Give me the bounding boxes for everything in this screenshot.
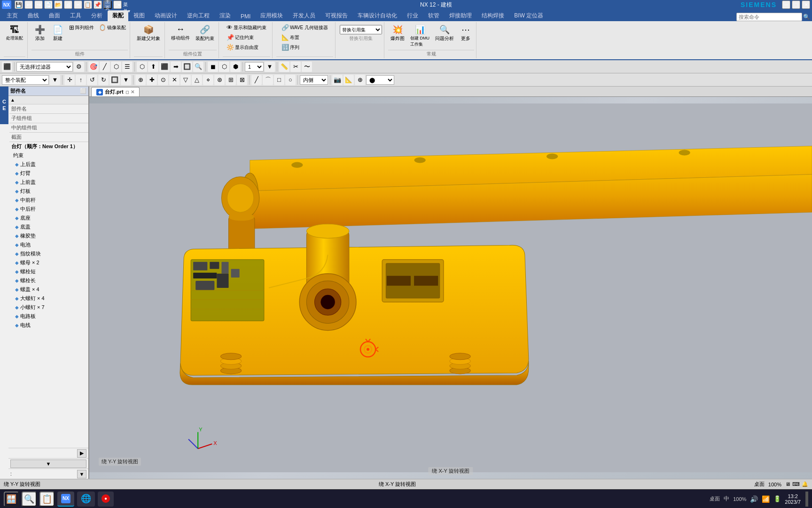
tree-item-1[interactable]: ◆ 灯臂 xyxy=(9,169,88,178)
view-fit[interactable]: 🔲 xyxy=(182,62,192,72)
tray-network[interactable]: 📶 xyxy=(762,495,770,503)
tb2-view-camera[interactable]: 📷 xyxy=(332,75,343,85)
ctrl-panel-toggle[interactable]: ⬛ xyxy=(2,62,12,72)
tab-hose[interactable]: 软管 xyxy=(423,10,444,21)
select-all-btn[interactable]: ☰ xyxy=(122,62,133,72)
taskview-btn[interactable]: 📋 xyxy=(39,492,55,507)
layer-btn[interactable]: ▼ xyxy=(265,62,275,72)
tray-desktop[interactable]: 桌面 xyxy=(710,495,720,502)
tab-tools[interactable]: 工具 xyxy=(65,10,86,21)
view-trimetric[interactable]: ⬡ xyxy=(137,62,147,72)
tree-item-17[interactable]: ◆ 电路板 xyxy=(9,312,88,321)
tb2-snap10[interactable]: ⊠ xyxy=(237,75,247,85)
edge-btn[interactable]: ⬢ xyxy=(230,62,241,72)
tray-sound[interactable]: 🔊 xyxy=(750,495,758,503)
search-box-container[interactable]: 🔍 xyxy=(736,13,810,21)
more-btn[interactable]: ⋯ 更多 xyxy=(457,23,474,43)
toggle-window-btn[interactable]: 主页 xyxy=(103,0,112,9)
print-btn[interactable]: 🖨 xyxy=(64,0,72,9)
section-view-btn[interactable]: ✂ xyxy=(290,62,301,72)
view-front[interactable]: ⬛ xyxy=(159,62,170,72)
tree-item-13[interactable]: ◆ 螺栓长 xyxy=(9,276,88,285)
tb2-snap4[interactable]: ✕ xyxy=(169,75,180,85)
tree-item-18[interactable]: ◆ 电线 xyxy=(9,321,88,330)
tb2-snap6[interactable]: △ xyxy=(192,75,202,85)
tb2-btn6[interactable]: ▼ xyxy=(121,75,131,85)
tb2-view-axis[interactable]: ⊕ xyxy=(355,75,365,85)
snow-menu-btn[interactable]: 雪 菜单▾ xyxy=(123,0,132,9)
tb2-line-btn[interactable]: ╱ xyxy=(251,75,262,85)
tree-item-4[interactable]: ◆ 中前杆 xyxy=(9,196,88,205)
assembly-constraint-btn[interactable]: 🔗 装配约束 xyxy=(193,23,217,43)
tb2-btn5[interactable]: 🔲 xyxy=(109,75,120,85)
create-dmu-btn[interactable]: 📊 创建 DMU工作集 xyxy=(408,23,432,49)
snap-edge-btn[interactable]: ╱ xyxy=(100,62,110,72)
move-component-btn[interactable]: ↔ 移动组件 xyxy=(169,23,192,43)
undo-btn[interactable]: ↩ xyxy=(24,0,33,9)
tb2-rect-btn[interactable]: □ xyxy=(274,75,284,85)
new-btn[interactable]: 📄 xyxy=(44,0,53,9)
mirror-assembly-btn[interactable]: 🪞 镜像装配 xyxy=(97,23,128,32)
shaded-btn[interactable]: ◼ xyxy=(208,62,218,72)
minimize-btn[interactable]: ─ xyxy=(782,0,790,9)
tb2-btn3[interactable]: ↺ xyxy=(87,75,97,85)
tab-report[interactable]: 可视报告 xyxy=(320,10,352,21)
viewport-canvas[interactable]: X Y 绕 Y-Y 旋转视图 绕 X-Y 旋转视图 xyxy=(89,97,812,479)
layout-btn[interactable]: 📐 布置 xyxy=(280,33,301,42)
viewport-tab-active[interactable]: ◈ 台灯.prt ◻ ✕ xyxy=(91,87,140,96)
nx-app-taskbar[interactable]: NX xyxy=(57,492,74,507)
tb2-snap9[interactable]: ⊞ xyxy=(226,75,236,85)
sort-icon[interactable]: ▲ xyxy=(10,97,15,103)
tree-item-8[interactable]: ◆ 橡胶垫 xyxy=(9,231,88,240)
nav-scroll-down2[interactable]: ▼ xyxy=(77,470,86,478)
tb2-snap3[interactable]: ⊙ xyxy=(158,75,168,85)
tree-item-15[interactable]: ◆ 大螺钉 × 4 xyxy=(9,294,88,303)
tb2-arc-btn[interactable]: ⌒ xyxy=(263,75,273,85)
tab-surface[interactable]: 曲面 xyxy=(44,10,65,21)
explode-btn[interactable]: 💥 爆炸图 xyxy=(388,23,407,43)
show-desktop-btn[interactable] xyxy=(805,492,808,507)
copy-btn[interactable]: 📋 xyxy=(84,0,92,9)
assembly-dropdown-arrow[interactable]: ▼ xyxy=(50,75,60,85)
tray-lang[interactable]: 中 xyxy=(724,495,729,503)
record-app-taskbar[interactable]: ● xyxy=(98,492,114,507)
new-component-btn[interactable]: 📄 新建 xyxy=(49,23,66,43)
tree-item-2[interactable]: ◆ 上前盖 xyxy=(9,178,88,187)
whole-assembly-dropdown[interactable]: 整个装配 xyxy=(2,75,49,85)
start-btn[interactable]: 🪟 xyxy=(4,492,19,507)
tab-render[interactable]: 渲染 xyxy=(215,10,235,21)
tb2-snap8[interactable]: ⊛ xyxy=(214,75,225,85)
tab-close-icon[interactable]: ✕ xyxy=(131,89,134,95)
tab-weld-helper[interactable]: 焊接助理 xyxy=(445,10,476,21)
layer-dropdown[interactable]: 1 xyxy=(245,62,264,71)
sequence-btn[interactable]: 🔢 序列 xyxy=(280,43,301,52)
process-assembly-btn[interactable]: 🏗 处理装配 xyxy=(4,23,25,43)
tree-item-5[interactable]: ◆ 中后杆 xyxy=(9,205,88,214)
search-taskbar-btn[interactable]: 🔍 xyxy=(22,492,37,507)
tab-home[interactable]: 主页 xyxy=(2,10,23,21)
tree-item-16[interactable]: ◆ 小螺钉 × 7 xyxy=(9,303,88,312)
nav-scroll-down1[interactable]: ▼ xyxy=(10,460,86,468)
wave-link-btn[interactable]: 🔗 WAVE 几何链接器 xyxy=(280,23,330,32)
tab-view[interactable]: 视图 xyxy=(129,10,149,21)
tree-item-11[interactable]: ◆ 螺母 × 2 xyxy=(9,258,88,267)
tree-item-9[interactable]: ◆ 电池 xyxy=(9,240,88,249)
show-dof-btn[interactable]: 🔆 显示自由度 xyxy=(225,43,260,52)
open-btn[interactable]: 📂 xyxy=(54,0,62,9)
clock[interactable]: 13:2 2023/7 xyxy=(785,493,801,505)
tab-analysis[interactable]: 分析 xyxy=(86,10,107,21)
window-menu-btn[interactable]: □▾ xyxy=(113,0,122,9)
tb2-snap5[interactable]: ▽ xyxy=(180,75,191,85)
show-hide-constraint-btn[interactable]: 👁 显示和隐藏约束 xyxy=(225,23,268,32)
panel-collapse-btn[interactable]: ⬜ xyxy=(80,88,86,94)
filter-settings-btn[interactable]: ⚙ xyxy=(74,62,84,72)
tb2-snap7[interactable]: ⋄ xyxy=(203,75,213,85)
inside-dropdown[interactable]: 内侧 xyxy=(300,75,328,85)
tb2-snap1[interactable]: ⊕ xyxy=(135,75,146,85)
new-parent-btn[interactable]: 📦 新建父对象 xyxy=(134,23,163,43)
add-component-btn[interactable]: ➕ 添加 xyxy=(31,23,48,43)
tree-item-3[interactable]: ◆ 灯板 xyxy=(9,187,88,196)
tb2-btn4[interactable]: ↻ xyxy=(98,75,109,85)
tb2-view-ruler[interactable]: 📐 xyxy=(344,75,354,85)
zoom-in-btn[interactable]: 🔍 xyxy=(193,62,203,72)
